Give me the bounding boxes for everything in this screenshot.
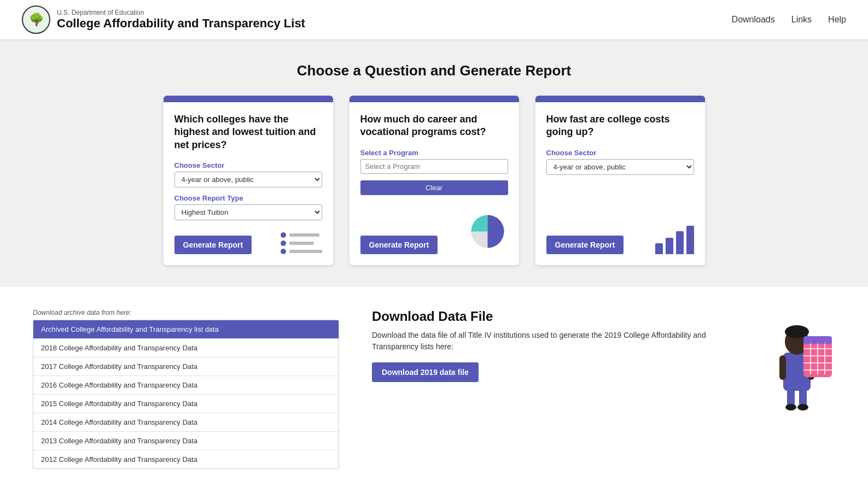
report-select-1[interactable]: Highest Tuition Lowest Tuition Highest N…	[174, 204, 322, 220]
svg-point-7	[797, 404, 808, 410]
download-desc: Download the data file of all Title IV i…	[372, 330, 726, 353]
dot-icon	[281, 249, 286, 254]
card-costs: How fast are college costs going up? Cho…	[535, 96, 705, 265]
header-brand: 🌳 U.S. Department of Education College A…	[22, 5, 305, 34]
archive-block: Download archive data from here: Archive…	[33, 309, 339, 469]
card-top-bar-2	[349, 96, 519, 102]
sector-select-3[interactable]: 4-year or above, public 4-year or above,…	[546, 159, 694, 175]
archive-label: Download archive data from here:	[33, 309, 339, 316]
bar-icon	[289, 242, 314, 245]
nav-downloads[interactable]: Downloads	[732, 15, 775, 25]
program-label: Select a Program	[360, 149, 508, 157]
pie-chart-icon	[467, 211, 508, 254]
cards-row: Which colleges have the highest and lowe…	[33, 96, 835, 265]
card-body-1: Which colleges have the highest and lowe…	[164, 102, 333, 265]
illustration	[759, 298, 835, 407]
archive-item-6[interactable]: 2013 College Affordability and Transpare…	[33, 432, 339, 450]
list-row	[281, 249, 322, 254]
report-label-1: Choose Report Type	[174, 194, 322, 202]
download-title: Download Data File	[372, 309, 726, 324]
card-body-2: How much do career and vocational progra…	[349, 102, 519, 265]
archive-item-5[interactable]: 2014 College Affordability and Transpare…	[33, 413, 339, 432]
site-header: 🌳 U.S. Department of Education College A…	[0, 0, 868, 40]
archive-item-3[interactable]: 2016 College Affordability and Transpare…	[33, 376, 339, 395]
page-title: Choose a Question and Generate Report	[33, 62, 835, 79]
bar-icon	[289, 233, 319, 237]
archive-item-7[interactable]: 2012 College Affordability and Transpare…	[33, 450, 339, 468]
logo-icon: 🌳	[22, 5, 50, 34]
archive-item-0[interactable]: Archived College Affordability and Trans…	[33, 320, 339, 339]
bar-chart-icon	[655, 224, 694, 254]
svg-rect-18	[803, 336, 832, 344]
card-programs: How much do career and vocational progra…	[349, 96, 519, 265]
download-btn[interactable]: Download 2019 data file	[372, 362, 479, 382]
archive-item-1[interactable]: 2018 College Affordability and Transpare…	[33, 339, 339, 357]
card-tuition: Which colleges have the highest and lowe…	[164, 96, 333, 265]
dot-icon	[281, 232, 286, 238]
nav-help[interactable]: Help	[828, 15, 846, 25]
card-question-1: Which colleges have the highest and lowe…	[174, 113, 322, 151]
program-input[interactable]	[360, 159, 508, 174]
archive-item-2[interactable]: 2017 College Affordability and Transpare…	[33, 357, 339, 376]
list-icon-1	[281, 232, 322, 254]
sector-select-1[interactable]: 4-year or above, public 4-year or above,…	[174, 172, 322, 187]
card-question-3: How fast are college costs going up?	[546, 113, 694, 139]
card-footer-1: Generate Report	[174, 227, 322, 254]
site-title: College Affordability and Transparency L…	[57, 16, 305, 31]
archive-list: Archived College Affordability and Trans…	[33, 320, 339, 469]
card-top-bar-3	[535, 96, 705, 102]
dot-icon	[281, 241, 286, 246]
card-top-bar-1	[164, 96, 333, 102]
list-row	[281, 241, 322, 246]
archive-item-4[interactable]: 2015 College Affordability and Transpare…	[33, 395, 339, 413]
header-title-block: U.S. Department of Education College Aff…	[57, 9, 305, 31]
department-label: U.S. Department of Education	[57, 9, 305, 16]
bottom-section: Download archive data from here: Archive…	[0, 287, 868, 481]
generate-report-btn-1[interactable]: Generate Report	[174, 236, 252, 254]
card-footer-2: Generate Report	[360, 206, 508, 254]
sector-label-1: Choose Sector	[174, 161, 322, 169]
generate-report-btn-3[interactable]: Generate Report	[546, 236, 624, 254]
main-nav: Downloads Links Help	[732, 15, 846, 25]
svg-point-6	[785, 404, 796, 410]
bar-2	[666, 238, 673, 254]
list-row	[281, 232, 322, 238]
download-block: Download Data File Download the data fil…	[372, 309, 726, 382]
clear-button[interactable]: Clear	[360, 180, 508, 195]
bar-4	[686, 226, 694, 254]
sector-label-3: Choose Sector	[546, 149, 694, 157]
card-question-2: How much do career and vocational progra…	[360, 113, 508, 139]
nav-links[interactable]: Links	[791, 15, 812, 25]
card-footer-3: Generate Report	[546, 219, 694, 254]
svg-rect-9	[779, 355, 786, 380]
card-body-3: How fast are college costs going up? Cho…	[535, 102, 705, 265]
bar-1	[655, 243, 663, 254]
main-section: Choose a Question and Generate Report Wh…	[0, 40, 868, 287]
bar-icon	[289, 250, 322, 253]
bar-3	[676, 231, 684, 254]
generate-report-btn-2[interactable]: Generate Report	[360, 236, 438, 254]
